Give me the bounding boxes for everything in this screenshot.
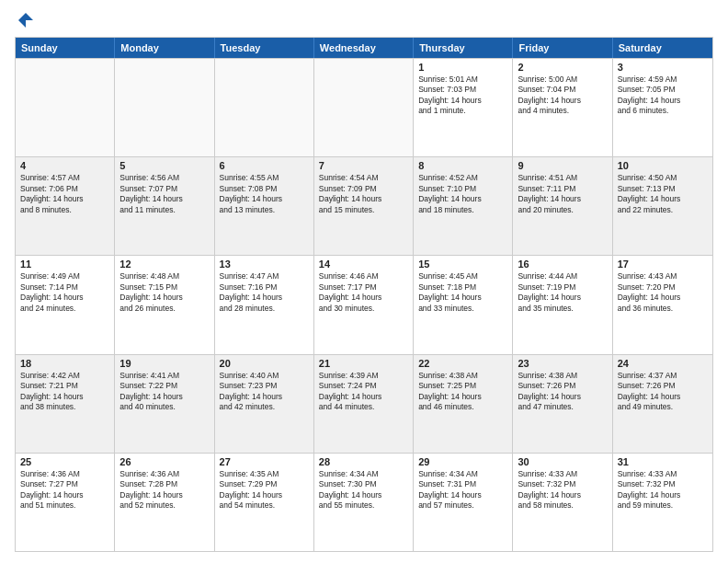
calendar: SundayMondayTuesdayWednesdayThursdayFrid… (15, 37, 713, 552)
day-number: 25 (20, 456, 109, 467)
cell-info-line: Sunrise: 4:54 AM (319, 173, 408, 183)
day-number: 13 (220, 259, 309, 270)
cell-info-line: Sunrise: 4:50 AM (618, 173, 708, 183)
empty-cell (16, 59, 115, 156)
svg-marker-0 (18, 13, 33, 28)
day-number: 28 (319, 456, 408, 467)
day-cell-25: 25Sunrise: 4:36 AMSunset: 7:27 PMDayligh… (16, 454, 115, 551)
calendar-row-3: 11Sunrise: 4:49 AMSunset: 7:14 PMDayligh… (16, 255, 712, 353)
cell-info-line: Sunrise: 4:36 AM (119, 469, 209, 479)
day-number: 10 (618, 160, 708, 171)
day-number: 6 (220, 160, 309, 171)
calendar-body: 1Sunrise: 5:01 AMSunset: 7:03 PMDaylight… (16, 58, 712, 551)
cell-info-line: Daylight: 14 hours (220, 490, 309, 500)
day-cell-5: 5Sunrise: 4:56 AMSunset: 7:07 PMDaylight… (115, 157, 214, 255)
header-day-thursday: Thursday (414, 38, 513, 58)
cell-info-line: Sunrise: 4:39 AM (319, 371, 408, 381)
cell-info-line: and 44 minutes. (319, 402, 408, 412)
cell-info-line: Sunrise: 4:37 AM (618, 371, 708, 381)
calendar-row-2: 4Sunrise: 4:57 AMSunset: 7:06 PMDaylight… (16, 156, 712, 255)
day-cell-8: 8Sunrise: 4:52 AMSunset: 7:10 PMDaylight… (414, 157, 513, 255)
cell-info-line: and 46 minutes. (418, 402, 507, 412)
cell-info-line: Sunset: 7:31 PM (418, 479, 507, 489)
day-number: 15 (418, 259, 507, 270)
cell-info-line: Sunrise: 4:51 AM (518, 173, 607, 183)
day-cell-11: 11Sunrise: 4:49 AMSunset: 7:14 PMDayligh… (16, 256, 115, 353)
cell-info-line: Sunset: 7:29 PM (220, 479, 309, 489)
cell-info-line: and 47 minutes. (518, 402, 607, 412)
cell-info-line: Sunset: 7:03 PM (418, 85, 507, 95)
cell-info-line: Daylight: 14 hours (119, 490, 209, 500)
day-cell-30: 30Sunrise: 4:33 AMSunset: 7:32 PMDayligh… (513, 454, 612, 551)
day-number: 14 (319, 259, 408, 270)
day-cell-15: 15Sunrise: 4:45 AMSunset: 7:18 PMDayligh… (414, 256, 513, 353)
day-number: 11 (20, 259, 109, 270)
cell-info-line: and 13 minutes. (220, 205, 309, 215)
cell-info-line: Sunset: 7:14 PM (20, 282, 109, 293)
day-cell-17: 17Sunrise: 4:43 AMSunset: 7:20 PMDayligh… (613, 256, 712, 353)
cell-info-line: Sunset: 7:27 PM (20, 479, 109, 489)
cell-info-line: Sunset: 7:11 PM (518, 184, 607, 194)
day-cell-22: 22Sunrise: 4:38 AMSunset: 7:25 PMDayligh… (414, 355, 513, 453)
cell-info-line: Daylight: 14 hours (220, 293, 309, 303)
cell-info-line: and 28 minutes. (220, 304, 309, 314)
cell-info-line: and 35 minutes. (518, 304, 607, 314)
cell-info-line: Sunrise: 4:33 AM (618, 469, 708, 479)
cell-info-line: Daylight: 14 hours (119, 194, 209, 204)
day-cell-23: 23Sunrise: 4:38 AMSunset: 7:26 PMDayligh… (513, 355, 612, 453)
cell-info-line: Sunset: 7:18 PM (418, 282, 507, 293)
cell-info-line: Sunset: 7:30 PM (319, 479, 408, 489)
cell-info-line: and 42 minutes. (220, 402, 309, 412)
cell-info-line: Sunrise: 4:34 AM (319, 469, 408, 479)
cell-info-line: Sunset: 7:32 PM (618, 479, 708, 489)
day-cell-16: 16Sunrise: 4:44 AMSunset: 7:19 PMDayligh… (513, 256, 612, 353)
day-cell-19: 19Sunrise: 4:41 AMSunset: 7:22 PMDayligh… (115, 355, 214, 453)
cell-info-line: Sunset: 7:06 PM (20, 184, 109, 194)
cell-info-line: and 59 minutes. (618, 500, 708, 511)
day-cell-3: 3Sunrise: 4:59 AMSunset: 7:05 PMDaylight… (613, 59, 712, 156)
day-cell-18: 18Sunrise: 4:42 AMSunset: 7:21 PMDayligh… (16, 355, 115, 453)
cell-info-line: Sunset: 7:10 PM (418, 184, 507, 194)
cell-info-line: Daylight: 14 hours (418, 392, 507, 402)
cell-info-line: Sunset: 7:23 PM (220, 381, 309, 391)
cell-info-line: Daylight: 14 hours (418, 96, 507, 106)
day-number: 18 (20, 358, 109, 369)
day-number: 5 (119, 160, 209, 171)
cell-info-line: and 57 minutes. (418, 500, 507, 511)
day-cell-1: 1Sunrise: 5:01 AMSunset: 7:03 PMDaylight… (414, 59, 513, 156)
cell-info-line: and 58 minutes. (518, 500, 607, 511)
cell-info-line: and 36 minutes. (618, 304, 708, 314)
cell-info-line: Daylight: 14 hours (418, 490, 507, 500)
day-cell-26: 26Sunrise: 4:36 AMSunset: 7:28 PMDayligh… (115, 454, 214, 551)
cell-info-line: Sunrise: 4:35 AM (220, 469, 309, 479)
cell-info-line: Daylight: 14 hours (518, 490, 607, 500)
day-cell-6: 6Sunrise: 4:55 AMSunset: 7:08 PMDaylight… (215, 157, 314, 255)
cell-info-line: and 38 minutes. (20, 402, 109, 412)
cell-info-line: Sunrise: 4:45 AM (418, 271, 507, 282)
cell-info-line: Sunrise: 5:00 AM (518, 75, 607, 85)
day-cell-24: 24Sunrise: 4:37 AMSunset: 7:26 PMDayligh… (613, 355, 712, 453)
cell-info-line: Daylight: 14 hours (618, 194, 708, 204)
header-day-sunday: Sunday (16, 38, 115, 58)
cell-info-line: Sunrise: 4:38 AM (518, 371, 607, 381)
day-number: 27 (220, 456, 309, 467)
cell-info-line: Sunset: 7:17 PM (319, 282, 408, 293)
cell-info-line: Sunrise: 4:38 AM (418, 371, 507, 381)
cell-info-line: and 8 minutes. (20, 205, 109, 215)
day-cell-20: 20Sunrise: 4:40 AMSunset: 7:23 PMDayligh… (215, 355, 314, 453)
cell-info-line: Daylight: 14 hours (418, 293, 507, 303)
cell-info-line: Daylight: 14 hours (518, 96, 607, 106)
header-day-friday: Friday (513, 38, 612, 58)
cell-info-line: and 54 minutes. (220, 500, 309, 511)
day-number: 29 (418, 456, 507, 467)
cell-info-line: Sunset: 7:25 PM (418, 381, 507, 391)
cell-info-line: Sunset: 7:20 PM (618, 282, 708, 293)
day-number: 21 (319, 358, 408, 369)
cell-info-line: Sunrise: 4:33 AM (518, 469, 607, 479)
cell-info-line: and 49 minutes. (618, 402, 708, 412)
day-number: 1 (418, 62, 507, 73)
cell-info-line: and 52 minutes. (119, 500, 209, 511)
cell-info-line: Sunset: 7:21 PM (20, 381, 109, 391)
cell-info-line: Sunset: 7:28 PM (119, 479, 209, 489)
cell-info-line: Sunrise: 4:59 AM (618, 75, 708, 85)
